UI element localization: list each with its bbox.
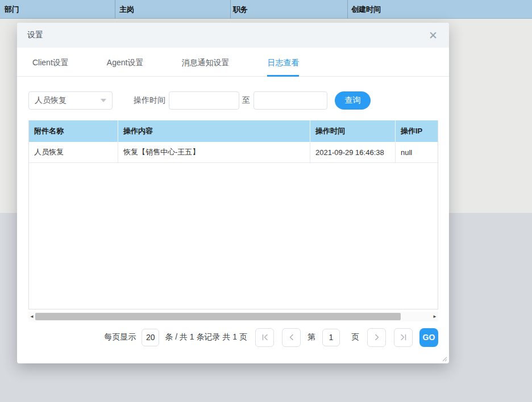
bg-column-divider	[115, 0, 115, 19]
bg-column-divider	[230, 0, 231, 19]
operation-time-label: 操作时间	[134, 95, 165, 106]
per-page-label: 每页显示	[104, 332, 136, 342]
dialog-title: 设置	[27, 30, 43, 40]
last-page-icon	[400, 333, 408, 341]
page-suffix-label: 页	[351, 332, 359, 342]
bg-column-create-time: 创建时间	[351, 0, 381, 19]
to-label: 至	[242, 95, 250, 106]
next-page-button[interactable]	[367, 328, 386, 347]
previous-page-icon	[288, 333, 296, 341]
bg-column-position: 职务	[233, 0, 248, 19]
time-from-input[interactable]	[169, 91, 239, 110]
go-button[interactable]: GO	[419, 328, 438, 347]
search-button[interactable]: 查询	[335, 91, 371, 110]
next-page-icon	[373, 333, 381, 341]
log-table: 附件名称 操作内容 操作时间 操作IP 人员恢复 恢复【销售中心-王五】 202…	[28, 120, 438, 309]
bg-column-divider	[347, 0, 348, 19]
horizontal-scrollbar[interactable]: ◄ ►	[28, 312, 438, 321]
last-page-button[interactable]	[394, 328, 413, 347]
first-page-icon	[261, 333, 269, 341]
pagination-bar: 每页显示 条 / 共 1 条记录 共 1 页 第 页 GO	[17, 328, 438, 347]
settings-dialog: 设置 ✕ Client设置 Agent设置 消息通知设置 日志查看 人员恢复 操…	[17, 23, 449, 363]
bg-column-main-post: 主岗	[119, 0, 134, 19]
bg-column-department: 部门	[5, 0, 19, 19]
first-page-button[interactable]	[255, 328, 274, 347]
scroll-left-arrow-icon[interactable]: ◄	[28, 312, 35, 321]
scrollbar-track[interactable]	[35, 312, 431, 321]
close-icon[interactable]: ✕	[429, 30, 438, 41]
tab-message-notification-settings[interactable]: 消息通知设置	[181, 58, 229, 76]
log-table-header: 附件名称 操作内容 操作时间 操作IP	[29, 120, 438, 142]
header-operation-ip: 操作IP	[396, 120, 438, 142]
chevron-down-icon	[101, 99, 106, 102]
tab-bar: Client设置 Agent设置 消息通知设置 日志查看	[17, 48, 449, 77]
time-to-input[interactable]	[253, 91, 327, 110]
scrollbar-thumb[interactable]	[35, 313, 401, 320]
cell-operation-ip: null	[396, 142, 438, 162]
cell-operation-time: 2021-09-29 16:46:38	[310, 142, 396, 162]
records-summary: 条 / 共 1 条记录 共 1 页	[165, 332, 247, 342]
tab-agent-settings[interactable]: Agent设置	[107, 58, 144, 76]
log-filter-row: 人员恢复 操作时间 至 查询	[28, 91, 449, 110]
log-type-selected-value: 人员恢复	[35, 95, 101, 106]
log-type-select[interactable]: 人员恢复	[28, 91, 113, 110]
resize-grip-icon[interactable]	[441, 355, 447, 362]
cell-attachment-name: 人员恢复	[29, 142, 118, 162]
per-page-input[interactable]	[142, 329, 159, 346]
header-operation-time: 操作时间	[310, 120, 396, 142]
current-page-input[interactable]	[322, 329, 340, 346]
page-prefix-label: 第	[307, 332, 315, 342]
dialog-header: 设置 ✕	[17, 23, 449, 48]
table-row[interactable]: 人员恢复 恢复【销售中心-王五】 2021-09-29 16:46:38 nul…	[29, 142, 438, 163]
header-operation-content: 操作内容	[118, 120, 310, 142]
tab-log-view[interactable]: 日志查看	[267, 58, 299, 76]
header-attachment-name: 附件名称	[29, 120, 118, 142]
previous-page-button[interactable]	[282, 328, 301, 347]
scroll-right-arrow-icon[interactable]: ►	[431, 312, 438, 321]
background-table-header: 部门 主岗 职务 创建时间	[0, 0, 532, 19]
tab-client-settings[interactable]: Client设置	[32, 58, 69, 76]
cell-operation-content: 恢复【销售中心-王五】	[118, 142, 310, 162]
